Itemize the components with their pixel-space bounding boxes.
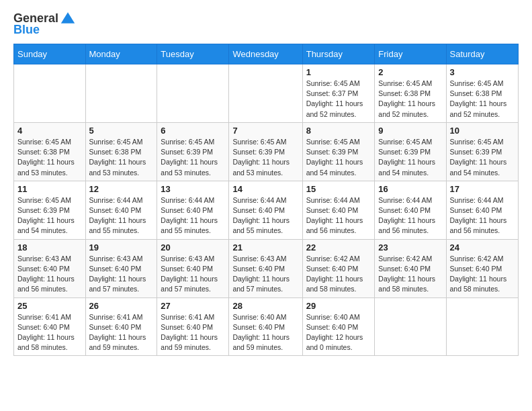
day-detail: Sunrise: 6:45 AM Sunset: 6:38 PM Dayligh… xyxy=(378,79,442,120)
day-detail: Sunrise: 6:44 AM Sunset: 6:40 PM Dayligh… xyxy=(306,195,371,236)
calendar-cell xyxy=(85,64,157,123)
day-detail: Sunrise: 6:44 AM Sunset: 6:40 PM Dayligh… xyxy=(161,195,225,236)
calendar-cell: 17Sunrise: 6:44 AM Sunset: 6:40 PM Dayli… xyxy=(446,181,518,239)
day-detail: Sunrise: 6:45 AM Sunset: 6:38 PM Dayligh… xyxy=(450,79,515,120)
day-number: 18 xyxy=(17,242,82,253)
day-detail: Sunrise: 6:43 AM Sunset: 6:40 PM Dayligh… xyxy=(232,254,298,295)
day-detail: Sunrise: 6:42 AM Sunset: 6:40 PM Dayligh… xyxy=(450,254,515,295)
day-number: 12 xyxy=(89,184,154,194)
calendar-cell: 24Sunrise: 6:42 AM Sunset: 6:40 PM Dayli… xyxy=(446,239,518,298)
calendar-cell: 13Sunrise: 6:44 AM Sunset: 6:40 PM Dayli… xyxy=(157,181,229,239)
calendar-cell: 15Sunrise: 6:44 AM Sunset: 6:40 PM Dayli… xyxy=(302,181,375,239)
day-number: 7 xyxy=(232,126,298,136)
day-detail: Sunrise: 6:45 AM Sunset: 6:39 PM Dayligh… xyxy=(378,137,442,178)
calendar-table: SundayMondayTuesdayWednesdayThursdayFrid… xyxy=(13,44,519,356)
calendar-cell xyxy=(375,298,446,356)
day-detail: Sunrise: 6:45 AM Sunset: 6:38 PM Dayligh… xyxy=(17,137,82,178)
calendar-cell: 27Sunrise: 6:41 AM Sunset: 6:40 PM Dayli… xyxy=(157,298,229,356)
day-number: 20 xyxy=(161,242,225,253)
calendar-cell: 9Sunrise: 6:45 AM Sunset: 6:39 PM Daylig… xyxy=(375,122,446,181)
calendar-cell: 8Sunrise: 6:45 AM Sunset: 6:39 PM Daylig… xyxy=(302,122,375,181)
column-header-saturday: Saturday xyxy=(446,44,518,64)
calendar-cell: 3Sunrise: 6:45 AM Sunset: 6:38 PM Daylig… xyxy=(446,64,518,123)
day-number: 11 xyxy=(17,184,82,194)
day-number: 8 xyxy=(306,126,371,136)
calendar-cell: 12Sunrise: 6:44 AM Sunset: 6:40 PM Dayli… xyxy=(85,181,157,239)
day-number: 4 xyxy=(17,126,82,136)
logo-container: General Blue xyxy=(13,11,75,37)
calendar-cell: 2Sunrise: 6:45 AM Sunset: 6:38 PM Daylig… xyxy=(375,64,446,123)
calendar-week-row: 1Sunrise: 6:45 AM Sunset: 6:37 PM Daylig… xyxy=(14,64,519,123)
day-detail: Sunrise: 6:40 AM Sunset: 6:40 PM Dayligh… xyxy=(232,312,298,353)
logo-icon xyxy=(60,11,75,26)
day-number: 15 xyxy=(306,184,371,194)
logo: General Blue xyxy=(13,11,75,37)
calendar-cell: 7Sunrise: 6:45 AM Sunset: 6:39 PM Daylig… xyxy=(229,122,302,181)
calendar-cell: 6Sunrise: 6:45 AM Sunset: 6:39 PM Daylig… xyxy=(157,122,229,181)
page-header: General Blue xyxy=(13,11,519,37)
column-header-thursday: Thursday xyxy=(302,44,375,64)
column-header-monday: Monday xyxy=(85,44,157,64)
day-detail: Sunrise: 6:43 AM Sunset: 6:40 PM Dayligh… xyxy=(161,254,225,295)
logo-text-blue: Blue xyxy=(13,23,40,37)
calendar-cell: 4Sunrise: 6:45 AM Sunset: 6:38 PM Daylig… xyxy=(14,122,86,181)
day-detail: Sunrise: 6:45 AM Sunset: 6:38 PM Dayligh… xyxy=(89,137,154,178)
day-number: 19 xyxy=(89,242,154,253)
calendar-cell xyxy=(229,64,302,123)
day-detail: Sunrise: 6:41 AM Sunset: 6:40 PM Dayligh… xyxy=(161,312,225,353)
calendar-cell xyxy=(446,298,518,356)
day-number: 3 xyxy=(450,67,515,77)
day-detail: Sunrise: 6:42 AM Sunset: 6:40 PM Dayligh… xyxy=(306,254,371,295)
day-number: 16 xyxy=(378,184,442,194)
day-detail: Sunrise: 6:44 AM Sunset: 6:40 PM Dayligh… xyxy=(450,195,515,236)
calendar-cell: 26Sunrise: 6:41 AM Sunset: 6:40 PM Dayli… xyxy=(85,298,157,356)
day-detail: Sunrise: 6:43 AM Sunset: 6:40 PM Dayligh… xyxy=(17,254,82,295)
calendar-cell: 11Sunrise: 6:45 AM Sunset: 6:39 PM Dayli… xyxy=(14,181,86,239)
calendar-header-row: SundayMondayTuesdayWednesdayThursdayFrid… xyxy=(14,44,519,64)
calendar-cell: 28Sunrise: 6:40 AM Sunset: 6:40 PM Dayli… xyxy=(229,298,302,356)
day-detail: Sunrise: 6:45 AM Sunset: 6:39 PM Dayligh… xyxy=(17,195,82,236)
calendar-cell: 5Sunrise: 6:45 AM Sunset: 6:38 PM Daylig… xyxy=(85,122,157,181)
calendar-cell xyxy=(14,64,86,123)
calendar-cell xyxy=(157,64,229,123)
day-number: 2 xyxy=(378,67,442,77)
day-detail: Sunrise: 6:45 AM Sunset: 6:39 PM Dayligh… xyxy=(306,137,371,178)
calendar-week-row: 25Sunrise: 6:41 AM Sunset: 6:40 PM Dayli… xyxy=(14,298,519,356)
column-header-friday: Friday xyxy=(375,44,446,64)
day-number: 1 xyxy=(306,67,371,77)
day-number: 9 xyxy=(378,126,442,136)
calendar-cell: 20Sunrise: 6:43 AM Sunset: 6:40 PM Dayli… xyxy=(157,239,229,298)
column-header-tuesday: Tuesday xyxy=(157,44,229,64)
day-number: 27 xyxy=(161,301,225,311)
day-detail: Sunrise: 6:45 AM Sunset: 6:37 PM Dayligh… xyxy=(306,79,371,120)
calendar-week-row: 11Sunrise: 6:45 AM Sunset: 6:39 PM Dayli… xyxy=(14,181,519,239)
calendar-cell: 29Sunrise: 6:40 AM Sunset: 6:40 PM Dayli… xyxy=(302,298,375,356)
calendar-cell: 22Sunrise: 6:42 AM Sunset: 6:40 PM Dayli… xyxy=(302,239,375,298)
day-number: 13 xyxy=(161,184,225,194)
day-detail: Sunrise: 6:41 AM Sunset: 6:40 PM Dayligh… xyxy=(89,312,154,353)
day-detail: Sunrise: 6:45 AM Sunset: 6:39 PM Dayligh… xyxy=(161,137,225,178)
day-detail: Sunrise: 6:44 AM Sunset: 6:40 PM Dayligh… xyxy=(232,195,298,236)
day-detail: Sunrise: 6:42 AM Sunset: 6:40 PM Dayligh… xyxy=(378,254,442,295)
column-header-sunday: Sunday xyxy=(14,44,86,64)
day-detail: Sunrise: 6:44 AM Sunset: 6:40 PM Dayligh… xyxy=(378,195,442,236)
day-number: 24 xyxy=(450,242,515,253)
day-detail: Sunrise: 6:40 AM Sunset: 6:40 PM Dayligh… xyxy=(306,312,371,353)
calendar-week-row: 18Sunrise: 6:43 AM Sunset: 6:40 PM Dayli… xyxy=(14,239,519,298)
calendar-cell: 21Sunrise: 6:43 AM Sunset: 6:40 PM Dayli… xyxy=(229,239,302,298)
calendar-cell: 16Sunrise: 6:44 AM Sunset: 6:40 PM Dayli… xyxy=(375,181,446,239)
day-number: 10 xyxy=(450,126,515,136)
calendar-cell: 10Sunrise: 6:45 AM Sunset: 6:39 PM Dayli… xyxy=(446,122,518,181)
calendar-cell: 25Sunrise: 6:41 AM Sunset: 6:40 PM Dayli… xyxy=(14,298,86,356)
day-number: 23 xyxy=(378,242,442,253)
day-number: 5 xyxy=(89,126,154,136)
day-number: 22 xyxy=(306,242,371,253)
day-detail: Sunrise: 6:45 AM Sunset: 6:39 PM Dayligh… xyxy=(450,137,515,178)
calendar-cell: 18Sunrise: 6:43 AM Sunset: 6:40 PM Dayli… xyxy=(14,239,86,298)
calendar-week-row: 4Sunrise: 6:45 AM Sunset: 6:38 PM Daylig… xyxy=(14,122,519,181)
day-number: 25 xyxy=(17,301,82,311)
day-detail: Sunrise: 6:45 AM Sunset: 6:39 PM Dayligh… xyxy=(232,137,298,178)
day-number: 26 xyxy=(89,301,154,311)
day-number: 14 xyxy=(232,184,298,194)
day-number: 29 xyxy=(306,301,371,311)
